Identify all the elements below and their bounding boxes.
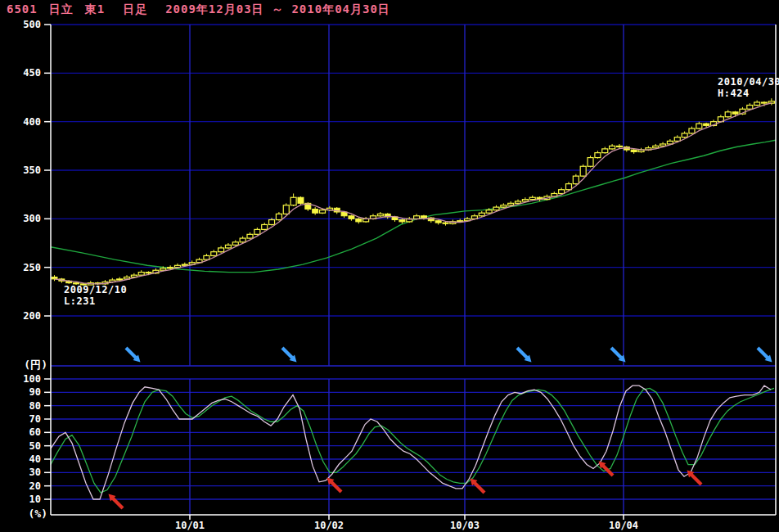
bullish-candle	[493, 207, 499, 210]
price-tick-label: 400	[23, 116, 41, 128]
bullish-candle	[377, 214, 383, 215]
bearish-candle	[399, 220, 405, 222]
month-tick-label: 10/02	[314, 520, 344, 531]
bearish-candle	[52, 277, 57, 279]
candlestick-series	[52, 98, 774, 286]
price-tick-label: 450	[23, 67, 41, 79]
bullish-candle	[486, 210, 492, 214]
bullish-candle	[160, 268, 166, 270]
bullish-candle	[211, 252, 217, 256]
bullish-candle	[262, 224, 268, 229]
percent-tick-label: 40	[29, 453, 41, 465]
short-ma-line	[55, 103, 772, 284]
price-tick-label: 300	[23, 213, 41, 224]
percent-tick-label: 90	[29, 386, 41, 398]
percent-tick-label: 100	[23, 373, 41, 385]
bearish-candle	[356, 219, 362, 222]
bullish-candle	[610, 146, 615, 149]
price-tick-label: 200	[23, 310, 41, 322]
bullish-candle	[138, 273, 144, 276]
percent-tick-label: 10	[29, 494, 41, 505]
stochastic-lines	[51, 385, 774, 499]
main-chart-grid	[51, 25, 776, 366]
bullish-candle	[559, 190, 565, 194]
bullish-candle	[689, 128, 695, 133]
bullish-candle	[240, 238, 245, 242]
bearish-candle	[631, 150, 637, 151]
bullish-candle	[725, 112, 731, 117]
bullish-candle	[747, 105, 753, 109]
bearish-candle	[761, 102, 767, 103]
bullish-candle	[660, 144, 666, 146]
bullish-candle	[290, 197, 296, 205]
bearish-candle	[298, 197, 304, 203]
bullish-candle	[168, 268, 173, 268]
bullish-candle	[580, 166, 586, 176]
high-annotation-date: 2010/04/30	[718, 76, 779, 88]
buy-signal-arrow	[109, 494, 124, 509]
bullish-candle	[653, 146, 659, 147]
chart-app-window: 6501日立東1日足2009年12月03日 ～ 2010年04月30日 5004…	[0, 0, 779, 532]
percent-tick-label: 20	[29, 480, 41, 492]
sell-signal-arrow	[282, 348, 297, 363]
bearish-candle	[732, 112, 738, 114]
month-tick-label: 10/03	[450, 520, 480, 531]
bearish-candle	[421, 216, 426, 218]
percent-tick-label: 50	[29, 440, 41, 452]
bearish-candle	[435, 221, 441, 223]
bullish-candle	[269, 220, 275, 225]
percent-tick-label: 80	[29, 400, 41, 412]
high-annotation-value: H:424	[718, 88, 750, 99]
buy-signal-arrows	[109, 462, 702, 509]
bullish-candle	[218, 248, 224, 252]
bullish-candle	[182, 264, 187, 265]
bullish-candle	[516, 201, 521, 203]
sell-signal-arrow	[758, 348, 772, 363]
bullish-candle	[522, 200, 528, 201]
bullish-candle	[682, 133, 687, 138]
bullish-candle	[588, 158, 593, 167]
bullish-candle	[320, 210, 326, 214]
bullish-candle	[565, 184, 571, 190]
bullish-candle	[117, 279, 123, 280]
bullish-candle	[276, 214, 281, 219]
percent-tick-label: 70	[29, 413, 41, 425]
bullish-candle	[573, 176, 579, 183]
bullish-candle	[768, 101, 774, 103]
bullish-candle	[602, 149, 608, 153]
bullish-candle	[283, 205, 289, 214]
percent-tick-label: 30	[29, 467, 41, 478]
bullish-candle	[479, 213, 484, 216]
bullish-candle	[254, 229, 260, 234]
price-tick-label: 350	[23, 165, 41, 176]
bullish-candle	[225, 245, 231, 248]
main-unit-label: (円)	[24, 358, 47, 371]
oscillator-unit-label: (%)	[29, 507, 47, 520]
bearish-candle	[313, 209, 318, 213]
sell-signal-arrow	[126, 348, 141, 363]
bullish-candle	[529, 197, 535, 199]
bullish-candle	[204, 255, 209, 259]
bearish-candle	[704, 124, 709, 125]
low-annotation-date: 2009/12/10	[64, 284, 127, 295]
short-ma-polyline	[55, 103, 772, 284]
bullish-candle	[414, 216, 420, 219]
bullish-candle	[508, 203, 514, 205]
bearish-candle	[443, 223, 448, 223]
bullish-candle	[595, 153, 601, 158]
bearish-candle	[349, 216, 354, 219]
stock-chart-canvas: 5004504003503002502001009080706050403020…	[0, 0, 779, 532]
month-tick-label: 10/04	[609, 520, 638, 531]
low-annotation-value: L:231	[64, 295, 96, 307]
stochastic-slow-line	[51, 388, 774, 492]
sell-signal-arrow	[517, 348, 532, 363]
bullish-candle	[696, 124, 702, 128]
month-tick-label: 10/01	[175, 520, 205, 531]
percent-tick-label: 60	[29, 426, 41, 438]
oscillator-grid	[51, 379, 776, 515]
bullish-candle	[247, 234, 253, 238]
long-ma-line	[51, 140, 776, 272]
bullish-candle	[754, 102, 760, 106]
bullish-candle	[232, 242, 238, 246]
bullish-candle	[501, 205, 507, 207]
